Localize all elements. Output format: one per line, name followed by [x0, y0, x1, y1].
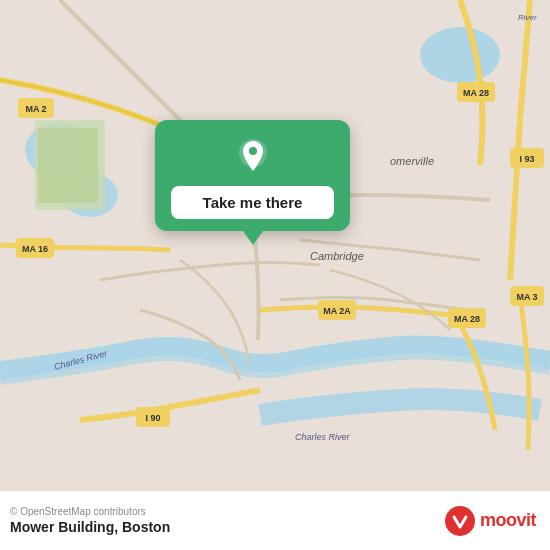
location-popup: Take me there [155, 120, 350, 231]
svg-rect-5 [38, 128, 98, 203]
svg-text:MA 28: MA 28 [454, 314, 480, 324]
svg-text:MA 2A: MA 2A [323, 306, 351, 316]
location-info: © OpenStreetMap contributors Mower Build… [10, 506, 170, 535]
map-view[interactable]: MA 2 MA 28 I 93 MA 16 I 90 MA 2A MA 28 M… [0, 0, 550, 490]
svg-text:Cambridge: Cambridge [310, 250, 364, 262]
moovit-brand-text: moovit [480, 510, 536, 531]
svg-point-1 [420, 27, 500, 83]
svg-text:MA 3: MA 3 [516, 292, 537, 302]
location-name: Mower Building, Boston [10, 519, 170, 535]
svg-text:MA 2: MA 2 [25, 104, 46, 114]
svg-point-28 [249, 147, 257, 155]
svg-point-29 [445, 506, 475, 536]
svg-text:River: River [518, 13, 537, 22]
take-me-there-button[interactable]: Take me there [171, 186, 334, 219]
copyright-text: © OpenStreetMap contributors [10, 506, 170, 517]
svg-text:MA 28: MA 28 [463, 88, 489, 98]
bottom-bar: © OpenStreetMap contributors Mower Build… [0, 490, 550, 550]
pin-icon [231, 134, 275, 178]
svg-text:omerville: omerville [390, 155, 434, 167]
svg-text:Charles River: Charles River [295, 432, 351, 442]
svg-text:I 93: I 93 [519, 154, 534, 164]
moovit-logo: moovit [444, 505, 536, 537]
map-svg: MA 2 MA 28 I 93 MA 16 I 90 MA 2A MA 28 M… [0, 0, 550, 490]
svg-text:I 90: I 90 [145, 413, 160, 423]
moovit-logo-icon [444, 505, 476, 537]
svg-text:MA 16: MA 16 [22, 244, 48, 254]
